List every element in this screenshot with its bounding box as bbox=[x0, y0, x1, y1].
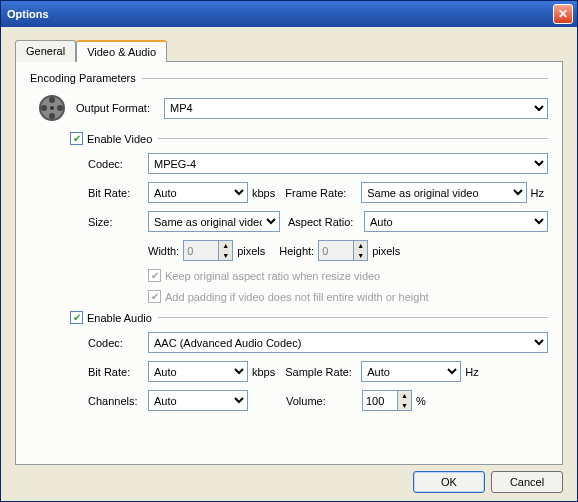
video-bitrate-unit: kbps bbox=[252, 187, 275, 199]
svg-point-5 bbox=[57, 105, 63, 111]
titlebar: Options ✕ bbox=[1, 1, 577, 27]
svg-point-4 bbox=[41, 105, 47, 111]
audio-codec-label: Codec: bbox=[88, 337, 148, 349]
chevron-up-icon[interactable]: ▲ bbox=[354, 241, 367, 251]
close-button[interactable]: ✕ bbox=[553, 4, 573, 24]
close-icon: ✕ bbox=[558, 7, 568, 21]
size-label: Size: bbox=[88, 216, 148, 228]
cancel-button[interactable]: Cancel bbox=[491, 471, 563, 493]
framerate-label: Frame Rate: bbox=[285, 187, 361, 199]
tab-general[interactable]: General bbox=[15, 40, 76, 62]
tab-bar: General Video & Audio bbox=[15, 39, 563, 61]
volume-unit: % bbox=[416, 395, 426, 407]
chevron-down-icon[interactable]: ▼ bbox=[219, 251, 232, 261]
samplerate-select[interactable]: Auto bbox=[361, 361, 461, 382]
output-format-label: Output Format: bbox=[76, 102, 164, 114]
divider bbox=[158, 138, 548, 139]
enable-video-label: Enable Video bbox=[87, 133, 152, 145]
client-area: General Video & Audio Encoding Parameter… bbox=[1, 27, 577, 501]
svg-point-6 bbox=[50, 106, 54, 110]
button-row: OK Cancel bbox=[15, 465, 563, 493]
video-codec-label: Codec: bbox=[88, 158, 148, 170]
svg-point-3 bbox=[49, 113, 55, 119]
window-title: Options bbox=[7, 8, 553, 20]
height-spinner[interactable]: ▲▼ bbox=[318, 240, 368, 261]
size-select[interactable]: Same as original video bbox=[148, 211, 280, 232]
video-bitrate-select[interactable]: Auto bbox=[148, 182, 248, 203]
aspect-select[interactable]: Auto bbox=[364, 211, 548, 232]
options-window: Options ✕ General Video & Audio Encoding… bbox=[0, 0, 578, 502]
output-format-select[interactable]: MP4 bbox=[164, 98, 548, 119]
height-input[interactable] bbox=[319, 241, 353, 260]
chevron-down-icon[interactable]: ▼ bbox=[354, 251, 367, 261]
video-bitrate-label: Bit Rate: bbox=[88, 187, 148, 199]
width-label: Width: bbox=[148, 245, 179, 257]
width-input[interactable] bbox=[184, 241, 218, 260]
aspect-label: Aspect Ratio: bbox=[288, 216, 364, 228]
keep-aspect-label: Keep original aspect ratio when resize v… bbox=[165, 270, 380, 282]
video-codec-select[interactable]: MPEG-4 bbox=[148, 153, 548, 174]
tab-panel: Encoding Parameters Output Format: MP4 ✔… bbox=[15, 61, 563, 465]
channels-select[interactable]: Auto bbox=[148, 390, 248, 411]
pixels-label: pixels bbox=[372, 245, 400, 257]
pixels-label: pixels bbox=[237, 245, 265, 257]
framerate-unit: Hz bbox=[531, 187, 544, 199]
channels-label: Channels: bbox=[88, 395, 148, 407]
add-padding-checkbox: ✔ bbox=[148, 290, 161, 303]
samplerate-label: Sample Rate: bbox=[285, 366, 361, 378]
add-padding-label: Add padding if video does not fill entir… bbox=[165, 291, 429, 303]
enable-video-checkbox[interactable]: ✔ bbox=[70, 132, 83, 145]
enable-audio-label: Enable Audio bbox=[87, 312, 152, 324]
chevron-up-icon[interactable]: ▲ bbox=[398, 391, 411, 401]
svg-point-2 bbox=[49, 97, 55, 103]
encoding-group: Encoding Parameters Output Format: MP4 ✔… bbox=[30, 72, 548, 411]
volume-spinner[interactable]: ▲▼ bbox=[362, 390, 412, 411]
audio-bitrate-unit: kbps bbox=[252, 366, 275, 378]
encoding-label: Encoding Parameters bbox=[30, 72, 142, 84]
film-reel-icon bbox=[36, 92, 68, 124]
chevron-up-icon[interactable]: ▲ bbox=[219, 241, 232, 251]
audio-bitrate-label: Bit Rate: bbox=[88, 366, 148, 378]
volume-label: Volume: bbox=[286, 395, 362, 407]
chevron-down-icon[interactable]: ▼ bbox=[398, 401, 411, 411]
volume-input[interactable] bbox=[363, 391, 397, 410]
divider bbox=[158, 317, 548, 318]
ok-button[interactable]: OK bbox=[413, 471, 485, 493]
keep-aspect-checkbox: ✔ bbox=[148, 269, 161, 282]
framerate-select[interactable]: Same as original video bbox=[361, 182, 526, 203]
width-spinner[interactable]: ▲▼ bbox=[183, 240, 233, 261]
divider bbox=[142, 78, 548, 79]
height-label: Height: bbox=[279, 245, 314, 257]
tab-video-audio[interactable]: Video & Audio bbox=[76, 40, 167, 62]
samplerate-unit: Hz bbox=[465, 366, 478, 378]
audio-codec-select[interactable]: AAC (Advanced Audio Codec) bbox=[148, 332, 548, 353]
audio-bitrate-select[interactable]: Auto bbox=[148, 361, 248, 382]
enable-audio-checkbox[interactable]: ✔ bbox=[70, 311, 83, 324]
